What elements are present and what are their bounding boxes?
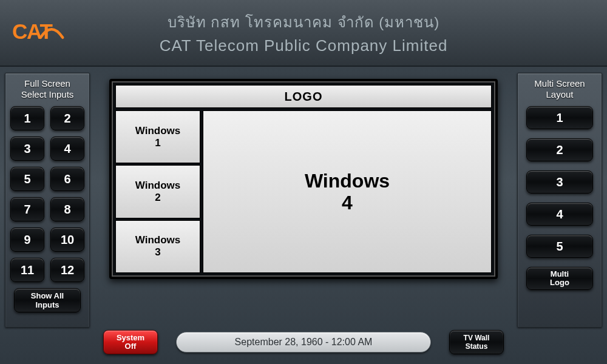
input-button-7[interactable]: 7	[10, 197, 44, 221]
right-panel-title: Multi Screen Layout	[534, 78, 585, 100]
header-bar: CAT บริษัท กสท โทรคมนาคม จำกัด (มหาชน) C…	[0, 0, 607, 67]
left-panel-title: Full Screen Select Inputs	[21, 78, 74, 100]
input-button-6[interactable]: 6	[50, 167, 84, 191]
preview-inner: LOGO Windows 1 Windows 2 Windows 3 Windo…	[115, 85, 492, 273]
header-title-thai: บริษัท กสท โทรคมนาคม จำกัด (มหาชน)	[91, 10, 516, 34]
layout-button-2[interactable]: 2	[526, 138, 593, 161]
preview-frame: LOGO Windows 1 Windows 2 Windows 3 Windo…	[109, 79, 498, 279]
preview-logo-row: LOGO	[115, 85, 492, 108]
cat-logo: CAT	[12, 15, 91, 51]
layout-button-4[interactable]: 4	[526, 203, 593, 226]
footer-bar: System Off September 28, 1960 - 12:00 AM…	[0, 328, 607, 357]
preview-window-1: Windows 1	[115, 110, 200, 163]
layout-button-5[interactable]: 5	[526, 235, 593, 258]
main-area: Full Screen Select Inputs 1 2 3 4 5 6 7 …	[0, 67, 607, 328]
preview-window-3: Windows 3	[115, 220, 200, 273]
input-button-grid: 1 2 3 4 5 6 7 8 9 10 11 12	[10, 106, 84, 282]
preview-body: Windows 1 Windows 2 Windows 3 Windows 4	[115, 110, 492, 273]
input-button-8[interactable]: 8	[50, 197, 84, 221]
input-button-11[interactable]: 11	[10, 258, 44, 282]
tv-wall-status-button[interactable]: TV Wall Status	[449, 330, 504, 354]
center-area: LOGO Windows 1 Windows 2 Windows 3 Windo…	[96, 73, 511, 328]
system-off-button[interactable]: System Off	[103, 330, 158, 354]
input-button-5[interactable]: 5	[10, 167, 44, 191]
right-panel: Multi Screen Layout 1 2 3 4 5 Multi Logo	[517, 73, 602, 328]
input-button-3[interactable]: 3	[10, 136, 44, 161]
layout-button-col: 1 2 3 4 5 Multi Logo	[521, 106, 598, 290]
left-panel: Full Screen Select Inputs 1 2 3 4 5 6 7 …	[5, 73, 90, 328]
input-button-10[interactable]: 10	[50, 228, 84, 252]
input-button-4[interactable]: 4	[50, 136, 84, 161]
layout-button-1[interactable]: 1	[526, 106, 593, 129]
layout-button-3[interactable]: 3	[526, 170, 593, 194]
preview-left-col: Windows 1 Windows 2 Windows 3	[115, 110, 200, 273]
header-title-en: CAT Telecom Public Company Limited	[91, 36, 516, 55]
input-button-9[interactable]: 9	[10, 228, 44, 252]
input-button-1[interactable]: 1	[10, 106, 44, 130]
input-button-2[interactable]: 2	[50, 106, 84, 130]
header-titles: บริษัท กสท โทรคมนาคม จำกัด (มหาชน) CAT T…	[91, 10, 516, 55]
preview-window-4: Windows 4	[203, 110, 492, 273]
input-button-12[interactable]: 12	[50, 258, 84, 282]
clock-display: September 28, 1960 - 12:00 AM	[176, 332, 431, 352]
cat-logo-icon: CAT	[12, 15, 91, 51]
preview-window-2: Windows 2	[115, 165, 200, 218]
multi-logo-button[interactable]: Multi Logo	[526, 267, 593, 290]
show-all-inputs-button[interactable]: Show All Inputs	[14, 288, 81, 312]
